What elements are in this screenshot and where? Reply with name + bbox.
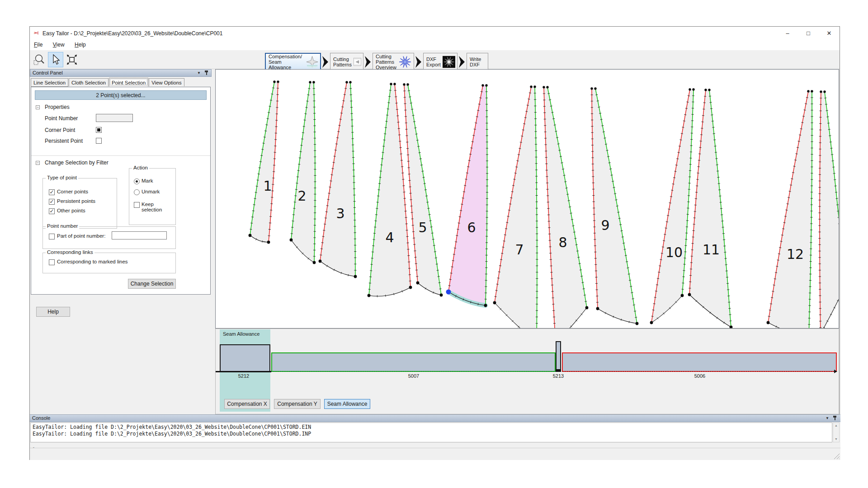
corner-points-checkbox[interactable] xyxy=(49,189,55,195)
pattern-canvas-svg[interactable]: 123456789101112 xyxy=(216,70,839,328)
zoom-tool-button[interactable] xyxy=(32,52,47,67)
close-button[interactable]: ✕ xyxy=(819,27,840,40)
other-points-checkbox[interactable] xyxy=(49,208,55,214)
point-marker[interactable] xyxy=(406,83,409,85)
point-marker[interactable] xyxy=(484,304,487,307)
piece-body[interactable] xyxy=(592,89,637,324)
point-marker[interactable] xyxy=(590,87,593,89)
point-marker[interactable] xyxy=(481,84,484,86)
point-marker[interactable] xyxy=(708,89,710,91)
seam-bar-5212[interactable] xyxy=(220,344,270,372)
piece-body[interactable] xyxy=(291,82,315,263)
pattern-piece-7[interactable]: 7 xyxy=(493,85,538,328)
point-number-field[interactable] xyxy=(96,114,133,122)
tab-compensation-x[interactable]: Compensation X xyxy=(224,399,270,409)
corner-point-checkbox[interactable] xyxy=(96,127,102,133)
point-marker[interactable] xyxy=(811,90,813,92)
part-of-point-number-checkbox[interactable] xyxy=(49,234,55,239)
point-marker[interactable] xyxy=(313,261,316,264)
piece-body[interactable] xyxy=(768,91,812,328)
pattern-piece-10[interactable]: 10 xyxy=(650,88,695,324)
point-marker[interactable] xyxy=(368,294,371,297)
point-marker[interactable] xyxy=(493,301,496,305)
pin-icon[interactable] xyxy=(204,70,208,75)
console-log[interactable]: EasyTailor: Loading file D:\2_Projekte\E… xyxy=(30,422,832,442)
point-marker[interactable] xyxy=(542,86,545,88)
point-marker[interactable] xyxy=(688,293,691,296)
tab-view-options[interactable]: View Options xyxy=(149,78,184,86)
control-panel-header[interactable]: Control Panel ▼ xyxy=(30,69,212,77)
piece-body[interactable] xyxy=(404,84,441,295)
point-marker[interactable] xyxy=(273,80,275,83)
point-marker[interactable] xyxy=(823,90,826,93)
tab-line-selection[interactable]: Line Selection xyxy=(31,78,68,86)
fit-view-tool-button[interactable] xyxy=(64,52,80,67)
collapse-filter-icon[interactable]: − xyxy=(36,161,40,165)
tab-compensation-y[interactable]: Compensation Y xyxy=(274,399,321,409)
console-header[interactable]: Console ▼ xyxy=(30,415,840,422)
point-marker[interactable] xyxy=(636,322,639,325)
point-marker[interactable] xyxy=(409,286,412,289)
piece-body[interactable] xyxy=(448,85,487,305)
point-marker[interactable] xyxy=(594,87,596,89)
tab-cloth-selection[interactable]: Cloth Selection xyxy=(69,78,108,86)
pattern-piece-8[interactable]: 8 xyxy=(542,86,588,328)
point-marker[interactable] xyxy=(767,321,770,324)
point-marker[interactable] xyxy=(692,88,694,90)
console-vertical-scrollbar[interactable]: ▲ ▼ xyxy=(833,422,840,442)
select-tool-button[interactable] xyxy=(48,52,63,67)
collapse-properties-icon[interactable]: − xyxy=(36,105,40,109)
part-of-point-number-field[interactable] xyxy=(112,231,167,239)
pin-icon[interactable] xyxy=(833,416,837,421)
scroll-down-icon[interactable]: ▼ xyxy=(833,436,839,442)
chevron-down-icon[interactable]: ▼ xyxy=(826,416,829,421)
pattern-canvas[interactable]: 123456789101112 xyxy=(215,69,839,328)
tab-point-selection[interactable]: Point Selection xyxy=(109,78,148,86)
piece-body[interactable] xyxy=(250,82,278,242)
change-selection-button[interactable]: Change Selection xyxy=(128,279,176,289)
point-marker[interactable] xyxy=(704,89,707,91)
maximize-button[interactable]: □ xyxy=(798,27,819,40)
point-marker[interactable] xyxy=(485,84,487,86)
point-marker[interactable] xyxy=(533,85,536,88)
pattern-piece-1[interactable]: 1 xyxy=(249,80,279,244)
point-marker[interactable] xyxy=(689,88,691,90)
point-marker[interactable] xyxy=(416,282,420,285)
point-marker[interactable] xyxy=(290,239,293,242)
workflow-step-write-dxf[interactable]: Write DXF xyxy=(467,53,488,71)
menu-file[interactable]: File xyxy=(30,40,47,48)
pattern-piece-11[interactable]: 11 xyxy=(688,89,733,328)
pattern-piece-2[interactable]: 2 xyxy=(290,81,316,264)
point-marker[interactable] xyxy=(319,260,322,263)
selected-point-marker[interactable] xyxy=(446,290,451,295)
persistent-points-checkbox[interactable] xyxy=(49,199,55,205)
seam-bar-5006[interactable] xyxy=(562,352,837,372)
scroll-up-icon[interactable]: ▲ xyxy=(833,423,839,428)
corresponding-to-marked-lines-checkbox[interactable] xyxy=(49,259,55,265)
point-marker[interactable] xyxy=(820,90,822,93)
point-marker[interactable] xyxy=(650,321,653,324)
piece-body[interactable] xyxy=(651,89,693,323)
pattern-piece-3[interactable]: 3 xyxy=(319,81,357,278)
point-marker[interactable] xyxy=(585,306,589,310)
help-button[interactable]: Help xyxy=(36,307,70,317)
workflow-step-patterns-overview[interactable]: Cutting Patterns Overview xyxy=(373,53,414,71)
pattern-piece-12[interactable]: 12 xyxy=(767,90,813,328)
console-horizontal-scrollbar[interactable]: ◀ xyxy=(30,442,832,448)
unmark-radio[interactable] xyxy=(134,189,140,195)
point-marker[interactable] xyxy=(681,294,684,297)
pattern-piece-partial[interactable] xyxy=(818,90,839,328)
tab-seam-allowance[interactable]: Seam Allowance xyxy=(324,399,370,409)
selection-banner[interactable]: 2 Point(s) selected... xyxy=(35,90,207,100)
piece-body[interactable] xyxy=(544,87,587,328)
workflow-step-compensation[interactable]: Compensation/ Seam Allowance xyxy=(265,53,321,71)
point-marker[interactable] xyxy=(354,275,357,278)
seam-bar-5213[interactable] xyxy=(556,341,561,372)
pattern-piece-9[interactable]: 9 xyxy=(590,87,638,325)
point-marker[interactable] xyxy=(312,81,315,83)
point-marker[interactable] xyxy=(393,83,396,85)
keep-selection-checkbox[interactable] xyxy=(134,202,140,208)
point-marker[interactable] xyxy=(277,80,279,83)
menu-view[interactable]: View xyxy=(49,40,69,48)
pattern-piece-6[interactable]: 6 xyxy=(446,84,489,307)
